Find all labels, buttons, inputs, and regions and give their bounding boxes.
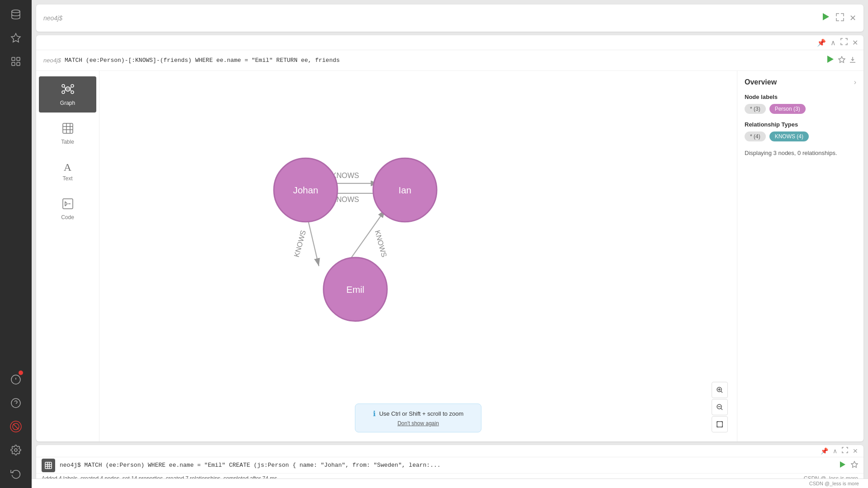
status-right-text: CSDN @_less is more — [809, 481, 859, 486]
svg-point-22 — [62, 91, 65, 94]
bottom-collapse-icon[interactable]: ∧ — [833, 447, 837, 455]
overview-title: Overview — [745, 78, 777, 86]
svg-text:KNOWS: KNOWS — [373, 229, 388, 258]
sidebar — [0, 0, 32, 488]
run-query-button[interactable] — [826, 55, 835, 66]
result-panel-header: 📌 ∧ ✕ — [36, 35, 863, 50]
svg-rect-2 — [12, 57, 15, 61]
zoom-controls — [712, 382, 728, 432]
fullscreen-icon[interactable] — [840, 38, 848, 47]
pin-icon[interactable]: 📌 — [817, 38, 826, 47]
left-view-tabs: Graph Table A — [36, 71, 99, 441]
top-run-button[interactable] — [821, 12, 830, 24]
badge-all-relationships[interactable]: * (4) — [745, 131, 766, 141]
badge-person-nodes[interactable]: Person (3) — [769, 104, 806, 114]
badge-knows-relationships[interactable]: KNOWS (4) — [769, 131, 809, 141]
sidebar-icon-notification[interactable] — [6, 370, 26, 389]
tab-text-label: Text — [62, 175, 72, 182]
sidebar-icon-database[interactable] — [6, 5, 26, 24]
top-query-bar: neo4j$ ✕ — [36, 5, 863, 32]
tab-code-label: Code — [61, 214, 74, 221]
svg-rect-28 — [63, 123, 73, 133]
dont-show-link[interactable]: Don't show again — [397, 420, 439, 427]
bottom-expand-icon[interactable] — [842, 447, 848, 455]
svg-point-14 — [14, 449, 17, 451]
text-tab-icon: A — [64, 161, 71, 174]
overview-chevron[interactable]: › — [854, 78, 856, 86]
overview-header: Overview › — [745, 78, 856, 86]
node-labels-badges: * (3) Person (3) — [745, 104, 856, 114]
top-query-prompt: neo4j$ — [43, 14, 62, 22]
bottom-panel: 📌 ∧ ✕ ne — [36, 445, 863, 483]
badge-all-nodes[interactable]: * (3) — [745, 104, 766, 114]
overview-info-text: Displaying 3 nodes, 0 relationships. — [745, 149, 856, 158]
result-panel: 📌 ∧ ✕ neo4j$ MATCH (ee:Person)-[:KNOWS]-… — [36, 35, 863, 441]
bottom-star-button[interactable] — [851, 461, 858, 469]
sidebar-icon-star[interactable] — [6, 28, 26, 48]
graph-area: KNOWS KNOWS KNOWS KNOWS Johan Ian — [99, 71, 737, 441]
bottom-pin-icon[interactable]: 📌 — [821, 447, 828, 455]
svg-line-58 — [721, 408, 723, 410]
sidebar-icon-play[interactable] — [6, 52, 26, 71]
svg-line-24 — [65, 87, 66, 89]
node-labels-section: Node labels * (3) Person (3) — [745, 94, 856, 114]
svg-point-21 — [71, 84, 74, 87]
notification-badge — [19, 371, 23, 375]
tab-code[interactable]: Code — [39, 192, 96, 227]
sidebar-icon-error[interactable] — [6, 417, 26, 436]
top-close-button[interactable]: ✕ — [849, 13, 856, 23]
panel-close-icon[interactable]: ✕ — [852, 38, 858, 47]
svg-text:Johan: Johan — [293, 185, 318, 195]
svg-rect-3 — [17, 57, 20, 61]
relationship-types-title: Relationship Types — [745, 121, 856, 128]
svg-text:KNOWS: KNOWS — [292, 229, 307, 258]
zoom-in-button[interactable] — [712, 382, 728, 398]
svg-rect-61 — [45, 462, 52, 469]
svg-point-0 — [12, 10, 20, 13]
node-labels-title: Node labels — [745, 94, 856, 100]
fit-button[interactable] — [712, 416, 728, 432]
bottom-panel-icon — [42, 459, 55, 472]
collapse-icon[interactable]: ∧ — [830, 38, 836, 47]
scroll-hint: ℹ Use Ctrl or Shift + scroll to zoom Don… — [355, 404, 481, 432]
svg-line-54 — [721, 391, 723, 393]
bottom-panel-body: neo4j$ MATCH (ee:Person) WHERE ee.name =… — [36, 457, 863, 473]
relationship-types-section: Relationship Types * (4) KNOWS (4) — [745, 121, 856, 141]
bottom-run-button[interactable] — [838, 460, 846, 470]
bottom-query-text: neo4j$ MATCH (ee:Person) WHERE ee.name =… — [60, 462, 834, 469]
svg-rect-4 — [12, 62, 15, 66]
svg-marker-67 — [851, 461, 858, 467]
bottom-panel-header: 📌 ∧ ✕ — [36, 445, 863, 457]
top-expand-button[interactable] — [836, 13, 844, 23]
query-display: neo4j$ MATCH (ee:Person)-[:KNOWS]-(frien… — [36, 50, 863, 71]
svg-marker-1 — [11, 33, 20, 42]
overview-panel: Overview › Node labels * (3) Person (3) … — [737, 71, 863, 441]
svg-line-26 — [65, 89, 66, 91]
hint-info-icon: ℹ — [373, 409, 376, 418]
svg-marker-16 — [827, 56, 834, 63]
overview-info-section: Displaying 3 nodes, 0 relationships. — [745, 149, 856, 158]
tab-graph[interactable]: Graph — [39, 76, 96, 113]
svg-text:Emil: Emil — [346, 284, 364, 295]
tab-table-label: Table — [61, 139, 74, 145]
sidebar-icon-settings[interactable] — [6, 440, 26, 460]
zoom-out-button[interactable] — [712, 399, 728, 415]
svg-marker-15 — [823, 13, 829, 20]
tab-table[interactable]: Table — [39, 116, 96, 151]
top-query-input[interactable] — [68, 14, 815, 22]
svg-marker-66 — [840, 461, 845, 468]
svg-line-25 — [70, 87, 71, 89]
bottom-close-icon[interactable]: ✕ — [853, 447, 858, 455]
svg-rect-60 — [717, 422, 722, 427]
status-bar: CSDN @_less is more — [32, 479, 868, 488]
svg-text:Ian: Ian — [398, 185, 411, 195]
sidebar-icon-undo[interactable] — [6, 464, 26, 483]
svg-marker-17 — [839, 56, 845, 62]
sidebar-icon-help[interactable] — [6, 393, 26, 413]
tab-text[interactable]: A Text — [39, 155, 96, 188]
query-prompt: neo4j$ — [43, 57, 61, 64]
download-button[interactable] — [849, 56, 856, 65]
tab-graph-label: Graph — [60, 100, 75, 106]
hint-title-text: Use Ctrl or Shift + scroll to zoom — [379, 410, 464, 417]
star-query-button[interactable] — [838, 56, 845, 65]
